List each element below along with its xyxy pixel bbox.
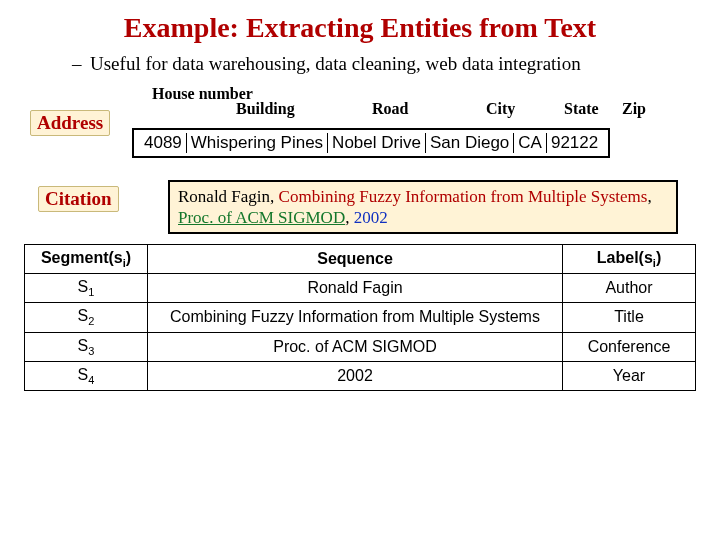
addr-building: Whispering Pines bbox=[187, 133, 328, 153]
address-value-box: 4089Whispering PinesNobel DriveSan Diego… bbox=[132, 128, 610, 158]
table-row: S1 Ronald Fagin Author bbox=[25, 274, 696, 303]
citation-author: Ronald Fagin bbox=[178, 187, 270, 206]
citation-conf: Proc. of ACM SIGMOD bbox=[178, 208, 345, 227]
cell-lab: Conference bbox=[563, 332, 696, 361]
cell-seq: 2002 bbox=[148, 361, 563, 390]
cell-seg: S4 bbox=[25, 361, 148, 390]
addr-city: San Diego bbox=[426, 133, 514, 153]
cell-seq: Combining Fuzzy Information from Multipl… bbox=[148, 303, 563, 332]
table-row: S4 2002 Year bbox=[25, 361, 696, 390]
citation-title: Combining Fuzzy Information from Multipl… bbox=[279, 187, 648, 206]
citation-block: Citation Ronald Fagin, Combining Fuzzy I… bbox=[24, 180, 696, 238]
addr-zip: 92122 bbox=[547, 133, 602, 153]
header-house-number: House number bbox=[152, 86, 216, 102]
col-sequence: Sequence bbox=[148, 244, 563, 273]
addr-road: Nobel Drive bbox=[328, 133, 426, 153]
header-road: Road bbox=[372, 100, 408, 118]
col-label: Label(si) bbox=[563, 244, 696, 273]
cell-lab: Title bbox=[563, 303, 696, 332]
citation-tag: Citation bbox=[38, 186, 119, 212]
table-row: S3 Proc. of ACM SIGMOD Conference bbox=[25, 332, 696, 361]
cell-seq: Ronald Fagin bbox=[148, 274, 563, 303]
citation-box: Ronald Fagin, Combining Fuzzy Informatio… bbox=[168, 180, 678, 235]
citation-year: 2002 bbox=[354, 208, 388, 227]
addr-house: 4089 bbox=[140, 133, 187, 153]
header-zip: Zip bbox=[622, 100, 646, 118]
table-row: S2 Combining Fuzzy Information from Mult… bbox=[25, 303, 696, 332]
segment-table: Segment(si) Sequence Label(si) S1 Ronald… bbox=[24, 244, 696, 391]
address-tag: Address bbox=[30, 110, 110, 136]
cell-seg: S2 bbox=[25, 303, 148, 332]
cell-lab: Author bbox=[563, 274, 696, 303]
header-city: City bbox=[486, 100, 515, 118]
cell-seq: Proc. of ACM SIGMOD bbox=[148, 332, 563, 361]
header-state: State bbox=[564, 100, 599, 118]
cell-lab: Year bbox=[563, 361, 696, 390]
bullet-line: Useful for data warehousing, data cleani… bbox=[72, 52, 696, 76]
slide-title: Example: Extracting Entities from Text bbox=[24, 12, 696, 44]
col-segment: Segment(si) bbox=[25, 244, 148, 273]
addr-state: CA bbox=[514, 133, 547, 153]
table-header-row: Segment(si) Sequence Label(si) bbox=[25, 244, 696, 273]
cell-seg: S3 bbox=[25, 332, 148, 361]
address-block: Address House number Building Road City … bbox=[24, 86, 696, 168]
cell-seg: S1 bbox=[25, 274, 148, 303]
header-building: Building bbox=[236, 100, 295, 118]
